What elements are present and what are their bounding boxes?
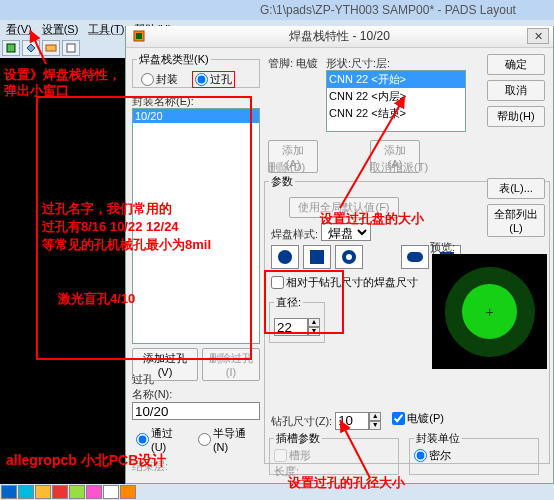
bottom-toolbar (0, 484, 554, 500)
drill-size-input[interactable] (335, 412, 369, 430)
color-swatch-5[interactable] (69, 485, 85, 499)
pkg-unit-radio[interactable]: 密尔 (414, 448, 451, 463)
workspace-black (0, 58, 125, 480)
color-swatch-4[interactable] (52, 485, 68, 499)
color-swatch-7[interactable] (103, 485, 119, 499)
cap-layer-label: 结束层: (132, 459, 260, 474)
shape-circle[interactable] (271, 245, 299, 269)
svg-rect-4 (136, 33, 142, 39)
use-global-button: 使用全局默认值(F) (289, 197, 399, 218)
via-name-input[interactable] (132, 402, 260, 420)
pkg-unit-group: 封装单位 密尔 (409, 431, 539, 475)
diameter-spin[interactable]: ▲▼ (274, 318, 320, 336)
cancel-button[interactable]: 取消 (487, 80, 545, 101)
svg-rect-1 (46, 45, 56, 51)
params-legend: 参数 (269, 174, 295, 189)
pkg-unit-legend: 封装单位 (414, 431, 462, 446)
spin-down-icon[interactable]: ▼ (308, 327, 320, 336)
shape-oval[interactable] (401, 245, 429, 269)
list-item[interactable]: 10/20 (133, 109, 259, 123)
app-titlebar: G:\1\pads\ZP-YTH003 SAMP00* - PADS Layou… (0, 0, 554, 20)
svg-rect-2 (67, 44, 75, 52)
padstack-type-group: 焊盘栈类型(K) 封装 过孔 (132, 52, 260, 88)
dialog-icon (132, 29, 146, 45)
del-d-label: 删除(D) (268, 160, 305, 175)
list-item[interactable]: CNN 22 <开始> (327, 71, 465, 88)
list-item[interactable]: CNN 22 <结束> (327, 105, 465, 122)
crosshair-icon: + (485, 304, 493, 320)
radio-via[interactable]: 过孔 (192, 71, 235, 88)
slot-checkbox: 槽形 (274, 448, 311, 463)
dialog-close-button[interactable]: ✕ (527, 28, 549, 44)
menu-tools[interactable]: 工具(T) (84, 22, 128, 37)
plated-checkbox[interactable]: 电镀(P) (392, 411, 444, 426)
shape-annular[interactable] (335, 245, 363, 269)
cancel-assign-label: 取消指派(T) (370, 160, 428, 175)
color-swatch-2[interactable] (18, 485, 34, 499)
relative-checkbox[interactable]: 相对于钻孔尺寸的焊盘尺寸 (271, 275, 418, 290)
ok-button[interactable]: 确定 (487, 54, 545, 75)
svg-rect-6 (310, 250, 324, 264)
dialog-titlebar: 焊盘栈特性 - 10/20 ✕ (126, 26, 553, 48)
length-label: 长度: (274, 464, 394, 479)
preview-box: + (432, 254, 547, 369)
diameter-group: 直径: ▲▼ (269, 295, 325, 343)
toolbar-btn-3[interactable] (42, 40, 60, 56)
menu-view[interactable]: 看(V) (2, 22, 36, 37)
menu-settings[interactable]: 设置(S) (38, 22, 83, 37)
shape-size-layer-label: 形状:尺寸:层: (326, 56, 390, 71)
package-name-label: 封装名称(E): (132, 94, 194, 109)
shape-style-row: 焊盘样式: 焊盘 (271, 223, 371, 242)
svg-point-5 (278, 250, 292, 264)
via-name-label: 过孔名称(N): (132, 372, 260, 402)
radio-half-through[interactable]: 半导通(N) (198, 426, 256, 453)
shape-style-select[interactable]: 焊盘 (321, 223, 371, 241)
shape-square[interactable] (303, 245, 331, 269)
dialog-title: 焊盘栈特性 - 10/20 (289, 28, 390, 45)
radio-through[interactable]: 通过(U) (136, 426, 184, 453)
color-swatch-6[interactable] (86, 485, 102, 499)
color-swatch-3[interactable] (35, 485, 51, 499)
spin-up-icon[interactable]: ▲ (369, 412, 381, 421)
spin-down-icon[interactable]: ▼ (369, 421, 381, 430)
toolbar-btn-4[interactable] (62, 40, 80, 56)
svg-point-8 (346, 254, 352, 260)
padstack-type-legend: 焊盘栈类型(K) (137, 52, 211, 67)
drill-size-label: 钻孔尺寸(Z): (271, 415, 332, 427)
spin-up-icon[interactable]: ▲ (308, 318, 320, 327)
color-swatch-8[interactable] (120, 485, 136, 499)
all-out-button[interactable]: 全部列出(L) (487, 204, 545, 237)
svg-rect-9 (407, 252, 423, 262)
padstack-dialog: 焊盘栈特性 - 10/20 ✕ 焊盘栈类型(K) 封装 过孔 封装名称(E): … (125, 26, 554, 484)
close-icon: ✕ (534, 30, 543, 43)
diameter-input[interactable] (274, 318, 308, 336)
shape-layer-listbox[interactable]: CNN 22 <开始> CNN 22 <内层> CNN 22 <结束> (326, 70, 466, 132)
radio-package[interactable]: 封装 (141, 72, 178, 87)
preview-label: 预览: (430, 240, 455, 255)
pin-plated-label: 管脚: 电镀 (268, 56, 318, 71)
drill-size-spin[interactable]: ▲▼ (335, 412, 381, 430)
slot-params-legend: 插槽参数 (274, 431, 322, 446)
toolbar-btn-2[interactable] (22, 40, 40, 56)
toolbar-btn-1[interactable] (2, 40, 20, 56)
app-title: G:\1\pads\ZP-YTH003 SAMP00* - PADS Layou… (260, 3, 516, 17)
diameter-label: 直径: (274, 295, 303, 310)
package-listbox[interactable]: 10/20 (132, 108, 260, 344)
svg-rect-0 (7, 44, 15, 52)
color-swatch-1[interactable] (1, 485, 17, 499)
list-item[interactable]: CNN 22 <内层> (327, 88, 465, 105)
help-button[interactable]: 帮助(H) (487, 106, 545, 127)
shape-style-label: 焊盘样式: (271, 228, 318, 240)
table-button[interactable]: 表(L)... (487, 178, 545, 199)
slot-params-group: 插槽参数 槽形 长度: (269, 431, 399, 475)
